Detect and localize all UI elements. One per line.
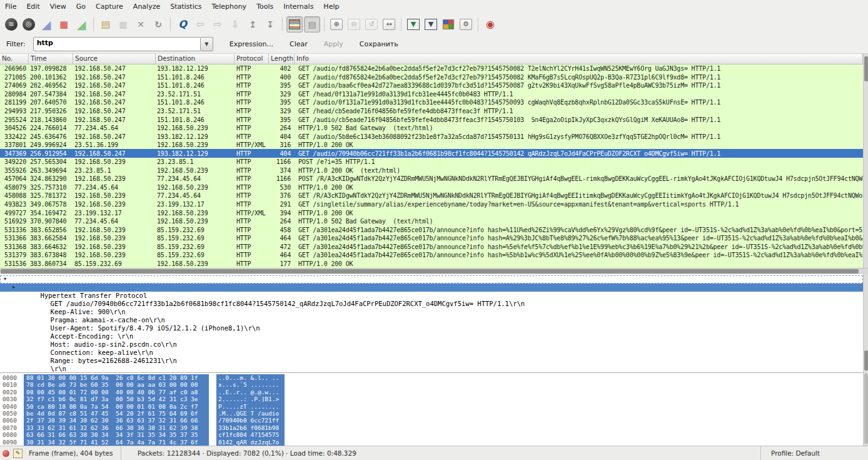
hex-ascii[interactable]: cf1fc804 4?154575 xyxy=(216,431,285,438)
detail-pane-vscrollbar[interactable] xyxy=(863,274,868,372)
hex-row[interactable]: 0020 08 00 45 00 01 72 00 00 40 00 40 06… xyxy=(0,389,863,396)
menu-item[interactable]: View xyxy=(45,1,71,13)
help-icon[interactable]: ◉ xyxy=(482,16,498,33)
hex-bytes[interactable]: 2f 37 30 39 34 30 62 30 36 63 63 37 32 3… xyxy=(24,417,209,424)
expander-triangle-icon[interactable]: ▼ xyxy=(2,275,8,284)
detail-line[interactable]: \r\n xyxy=(0,349,863,357)
packet-row[interactable]: 531368 383.664632 192.168.50.239 85.159.… xyxy=(0,242,863,251)
zoom-out-icon[interactable]: ⊖ xyxy=(346,16,362,33)
restart-capture-icon[interactable]: ◢ xyxy=(73,16,89,33)
hex-bytes[interactable]: 08 00 45 00 01 72 00 00 40 00 40 06 77 a… xyxy=(24,389,209,396)
capture-filter-icon[interactable]: ▼ xyxy=(405,16,421,33)
menu-item[interactable]: Edit xyxy=(21,1,44,13)
vscrollbar-thumb[interactable] xyxy=(864,350,868,371)
open-file-icon[interactable]: ▤ xyxy=(98,16,114,33)
hex-row[interactable]: 0070 33 33 62 31 61 32 62 36 66 30 36 38… xyxy=(0,424,863,431)
hex-bytes[interactable]: be 4d 0d 87 c8 51 47 45 54 20 2f 61 75 6… xyxy=(24,410,209,417)
hex-ascii[interactable]: ..E..r.. @.@.w... xyxy=(216,389,285,396)
menu-item[interactable]: Telephony xyxy=(207,1,252,13)
detail-line[interactable]: Pragma: akamai-x-cache-on\r\n xyxy=(0,300,863,308)
packet-row[interactable]: 349220 257.565304 192.168.50.239 23.23.8… xyxy=(0,158,863,166)
detail-line[interactable]: [Full request URI: http://audio-sp-sin2.… xyxy=(0,357,863,365)
capture-comments-icon[interactable]: ✎ xyxy=(13,449,23,458)
hex-ascii[interactable]: 0142_qAR dzJzqL7o xyxy=(216,439,285,446)
clear-button[interactable]: Clear xyxy=(290,40,308,48)
column-header-protocol[interactable]: Protocol xyxy=(235,54,269,64)
packet-row[interactable]: 295524 218.143860 192.168.50.247 151.101… xyxy=(0,115,863,124)
filter-input[interactable]: http xyxy=(33,37,201,51)
stop-capture-icon[interactable]: ■ xyxy=(56,16,72,33)
detail-line[interactable]: ▼ Hypertext Transfer Protocol xyxy=(0,275,863,284)
packet-row[interactable]: 531336 383.652856 192.168.50.239 85.159.… xyxy=(0,225,863,234)
column-header-destination[interactable]: Destination xyxy=(156,54,235,64)
capture-options-icon[interactable]: ◎ xyxy=(21,16,37,33)
menu-item[interactable]: Capture xyxy=(91,1,128,13)
hex-bytes[interactable]: 78 cd 8e a6 73 be 60 35 00 00 aa aa 03 0… xyxy=(24,381,209,388)
menu-item[interactable]: Go xyxy=(71,1,91,13)
packet-row[interactable]: 304526 224.766014 77.234.45.64 192.168.5… xyxy=(0,124,863,133)
hex-ascii[interactable]: 33b1a2b6 f0681b98 xyxy=(216,424,285,431)
zoom-100-icon[interactable]: ↺ xyxy=(363,16,380,33)
list-interfaces-icon[interactable]: ≡ xyxy=(3,16,19,33)
hex-bytes[interactable]: 33 33 62 31 61 32 62 36 66 30 36 38 31 6… xyxy=(24,424,209,431)
expression-button[interactable]: Expression... xyxy=(230,40,273,48)
column-header-no[interactable]: No. xyxy=(0,54,29,64)
save-file-icon[interactable]: ▦ xyxy=(115,16,131,33)
detail-line[interactable]: User-Agent: Spotify/8.4.79 iOS/12.1.2 (i… xyxy=(0,308,863,316)
column-header-info[interactable]: Info xyxy=(295,54,863,64)
packet-row[interactable]: 355926 263.349694 23.23.85.1 192.168.50.… xyxy=(0,166,863,175)
hex-bytes[interactable]: 30 31 34 32 5f 71 41 52 64 7a 4a 7a 71 4… xyxy=(24,439,209,446)
close-file-icon[interactable]: ✕ xyxy=(133,16,149,33)
colorize-icon[interactable] xyxy=(286,16,303,33)
go-to-top-icon[interactable]: ↥ xyxy=(245,16,261,33)
menu-item[interactable]: Internals xyxy=(278,1,318,13)
packet-row[interactable]: 337801 249.996924 23.51.36.199 192.168.5… xyxy=(0,141,863,150)
packet-row[interactable]: 493823 349.067578 192.168.50.239 23.199.… xyxy=(0,200,863,209)
packet-row[interactable]: 531379 383.673848 192.168.50.239 85.159.… xyxy=(0,251,863,260)
hex-bytes[interactable]: 32 f7 c1 b6 0c 81 d7 3a 00 50 b3 5d 42 3… xyxy=(24,396,209,402)
detail-line[interactable]: ▶ GET /audio/70940b06cc721ff33b1a2b6f068… xyxy=(0,284,863,292)
display-filter-icon[interactable]: ▼ xyxy=(423,16,439,33)
hex-ascii[interactable]: x...s.`5 ........ xyxy=(216,381,285,388)
packet-row[interactable]: 294993 217.950326 192.168.50.247 23.52.1… xyxy=(0,107,863,116)
packet-row[interactable]: 332422 245.636476 192.168.50.247 193.182… xyxy=(0,132,863,141)
find-icon[interactable]: Q xyxy=(174,16,191,33)
vscrollbar-thumb[interactable] xyxy=(864,374,868,444)
menu-item[interactable]: Statistics xyxy=(165,1,206,13)
start-capture-icon[interactable]: ◢ xyxy=(38,16,54,33)
packet-row[interactable]: 531536 383.860734 85.159.232.69 192.168.… xyxy=(0,260,863,268)
detail-line[interactable]: Range: bytes=2162688-2461231\r\n xyxy=(0,340,863,349)
hex-row[interactable]: 0050 be 4d 0d 87 c8 51 47 45 54 20 2f 61… xyxy=(0,410,863,417)
packet-row[interactable]: 458088 325.781372 192.168.50.239 77.234.… xyxy=(0,192,863,200)
hex-bytes[interactable]: 63 66 31 66 63 38 30 34 34 3f 31 35 34 3… xyxy=(24,431,209,438)
packet-row[interactable]: 347369 256.912954 192.168.50.247 193.182… xyxy=(0,149,863,158)
packet-list-vscrollbar[interactable] xyxy=(863,54,868,268)
hex-bytes[interactable]: 88 01 30 00 00 15 6d 9a 26 c0 6c 8d c1 2… xyxy=(24,374,209,381)
hex-ascii[interactable]: /70940b0 6cc721ff xyxy=(216,417,285,424)
hex-bytes[interactable]: 50 ca 80 18 08 0a 7a 54 00 00 01 01 08 0… xyxy=(24,403,209,410)
hex-ascii[interactable]: P.....zT ......,. xyxy=(216,403,285,410)
coloring-rules-icon[interactable] xyxy=(440,16,457,33)
packet-list-hscrollbar[interactable] xyxy=(0,268,868,274)
apply-button[interactable]: Apply xyxy=(324,40,343,48)
column-header-source[interactable]: Source xyxy=(73,54,156,64)
menu-item[interactable]: File xyxy=(0,1,21,13)
expert-info-icon[interactable] xyxy=(3,450,9,457)
menu-item[interactable]: Analyze xyxy=(128,1,165,13)
resize-columns-icon[interactable]: ↔ xyxy=(381,16,397,33)
go-to-packet-icon[interactable]: ⇩ xyxy=(227,16,243,33)
go-to-bottom-icon[interactable]: ↧ xyxy=(262,16,278,33)
save-filter-button[interactable]: Сохранить xyxy=(360,40,398,48)
packet-row[interactable]: 516929 370.907840 77.234.45.64 192.168.5… xyxy=(0,217,863,226)
zoom-in-icon[interactable]: ⊕ xyxy=(328,16,345,33)
hex-ascii[interactable]: .M...QGE T /audio xyxy=(216,410,285,417)
hex-row[interactable]: 0010 78 cd 8e a6 73 be 60 35 00 00 aa aa… xyxy=(0,381,863,388)
hex-pane-vscrollbar[interactable] xyxy=(863,372,868,446)
go-forward-icon[interactable]: ⇨ xyxy=(209,16,226,33)
packet-row[interactable]: 499727 354.169472 23.199.132.17 192.168.… xyxy=(0,208,863,217)
detail-line[interactable]: Connection: keep-alive\r\n xyxy=(0,332,863,340)
packet-row[interactable]: 281199 207.640570 192.168.50.247 151.101… xyxy=(0,98,863,107)
autoscroll-icon[interactable]: ▤ xyxy=(304,16,320,33)
filter-dropdown-button[interactable]: ▼ xyxy=(201,37,213,51)
packet-row[interactable]: 271085 200.101362 192.168.50.247 151.101… xyxy=(0,73,863,82)
